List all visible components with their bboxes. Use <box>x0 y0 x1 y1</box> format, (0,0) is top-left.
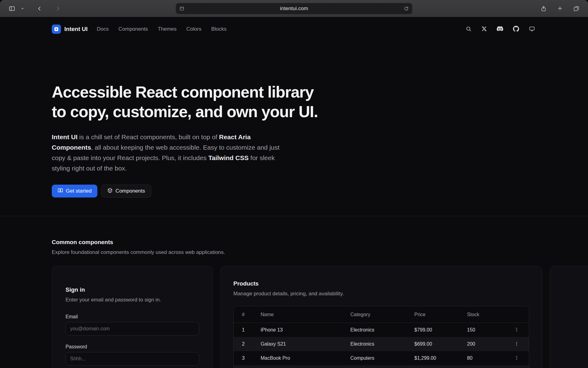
row-actions-button[interactable] <box>513 340 520 348</box>
brand-logo[interactable]: Intent UI <box>52 25 88 34</box>
cell-num: 2 <box>234 341 252 347</box>
x-icon <box>481 26 487 33</box>
sidebar-chevron-button[interactable] <box>20 6 25 11</box>
cards-row: Sign in Enter your email and password to… <box>52 266 536 368</box>
discord-link[interactable] <box>496 24 504 34</box>
signin-subtitle: Enter your email and password to sign in… <box>66 297 199 303</box>
cell-stock: 200 <box>459 341 499 347</box>
book-icon <box>58 188 63 195</box>
components-label: Components <box>115 188 145 194</box>
password-label: Password <box>66 344 199 350</box>
get-started-label: Get started <box>66 188 92 194</box>
vertical-dots-icon <box>514 341 519 347</box>
products-table-body: 1iPhone 13Electronics$799.001502Galaxy S… <box>234 323 529 368</box>
sidebar-toggle-button[interactable] <box>7 4 17 13</box>
column-header-num: # <box>234 312 252 317</box>
refresh-button[interactable] <box>402 5 410 12</box>
nav-link-colors[interactable]: Colors <box>187 26 202 32</box>
chrome-actions <box>539 4 581 13</box>
cell-price: $1,299.00 <box>406 355 459 361</box>
github-link[interactable] <box>512 25 520 34</box>
hero-description-strong: Tailwind CSS <box>208 154 248 161</box>
table-row: 2Galaxy S21Electronics$699.00200 <box>234 337 529 351</box>
browser-chrome: intentui.com <box>0 0 588 17</box>
chevron-left-icon <box>36 6 43 12</box>
signin-card: Sign in Enter your email and password to… <box>52 266 213 368</box>
nav-link-themes[interactable]: Themes <box>158 26 176 32</box>
column-header-stock: Stock <box>459 312 499 317</box>
sidebar-icon <box>9 5 15 12</box>
nav-link-docs[interactable]: Docs <box>97 26 109 32</box>
share-icon <box>541 6 547 12</box>
nav-link-blocks[interactable]: Blocks <box>211 26 227 32</box>
cell-price: $699.00 <box>406 341 459 347</box>
products-table-header-row: #NameCategoryPriceStock <box>234 306 529 323</box>
site-nav: Intent UI DocsComponentsThemesColorsBloc… <box>52 17 536 41</box>
cell-actions <box>499 354 529 362</box>
title-line-2: to copy, customize, and own your UI. <box>52 103 318 121</box>
nav-link-components[interactable]: Components <box>119 26 148 32</box>
share-button[interactable] <box>539 4 548 13</box>
cell-num: 1 <box>234 327 252 333</box>
nav-links: DocsComponentsThemesColorsBlocks <box>97 26 227 32</box>
section-subtitle: Explore foundational components commonly… <box>52 249 536 255</box>
search-button[interactable] <box>464 25 473 34</box>
table-row: 3MacBook ProComputers$1,299.0080 <box>234 351 529 365</box>
hero-description-text: is a chill set of React components, buil… <box>77 133 219 140</box>
box-icon <box>107 188 113 195</box>
discord-icon <box>497 25 503 33</box>
products-subtitle: Manage product details, pricing, and ava… <box>233 291 529 297</box>
github-icon <box>513 26 519 33</box>
cell-name: iPhone 13 <box>252 327 342 333</box>
email-input[interactable] <box>66 322 199 335</box>
theme-toggle-button[interactable] <box>528 25 536 34</box>
vertical-dots-icon <box>514 355 519 361</box>
chevron-right-icon <box>55 6 61 12</box>
cell-actions <box>499 326 529 334</box>
column-header-price: Price <box>406 312 459 317</box>
vertical-dots-icon <box>514 327 519 333</box>
intent-ui-logo-icon <box>52 25 61 34</box>
cell-category: Electronics <box>342 341 406 347</box>
column-header-name: Name <box>252 312 342 317</box>
hero-description: Intent UI is a chill set of React compon… <box>52 132 281 174</box>
brand-name: Intent UI <box>64 26 88 33</box>
section-title: Common components <box>52 239 536 246</box>
chrome-navigation <box>7 4 62 13</box>
cell-name: MacBook Pro <box>252 355 342 361</box>
browser-window: intentui.com <box>0 0 588 368</box>
signin-title: Sign in <box>66 286 199 293</box>
row-actions-button[interactable] <box>513 326 520 334</box>
partial-card <box>550 266 588 368</box>
plus-icon <box>557 6 563 11</box>
cell-num: 3 <box>234 355 252 361</box>
cell-category: Computers <box>342 355 406 361</box>
url-bar[interactable]: intentui.com <box>176 3 412 14</box>
hero-actions: Get started Components <box>52 185 536 197</box>
page-content: Intent UI DocsComponentsThemesColorsBloc… <box>0 17 588 368</box>
cell-actions <box>499 340 529 348</box>
cell-name: Galaxy S21 <box>252 341 342 347</box>
table-row <box>234 365 529 368</box>
table-row: 1iPhone 13Electronics$799.00150 <box>234 323 529 337</box>
column-header-category: Category <box>342 312 406 317</box>
search-icon <box>466 26 472 33</box>
products-card: Products Manage product details, pricing… <box>220 266 542 368</box>
monitor-icon <box>529 26 535 33</box>
password-input[interactable] <box>66 352 199 366</box>
nav-icons <box>464 24 536 34</box>
products-title: Products <box>233 280 529 287</box>
components-button[interactable]: Components <box>101 185 151 197</box>
products-table: #NameCategoryPriceStock 1iPhone 13Electr… <box>233 306 529 368</box>
title-line-1: Accessible React component library <box>52 83 314 101</box>
row-actions-button[interactable] <box>513 354 520 362</box>
email-label: Email <box>66 314 199 320</box>
x-link[interactable] <box>480 25 488 34</box>
tabs-overview-button[interactable] <box>572 4 581 13</box>
refresh-icon <box>404 6 409 11</box>
cell-stock: 150 <box>459 327 499 333</box>
new-tab-button[interactable] <box>556 4 564 13</box>
forward-button[interactable] <box>54 4 62 13</box>
get-started-button[interactable]: Get started <box>52 185 97 197</box>
back-button[interactable] <box>35 4 44 13</box>
